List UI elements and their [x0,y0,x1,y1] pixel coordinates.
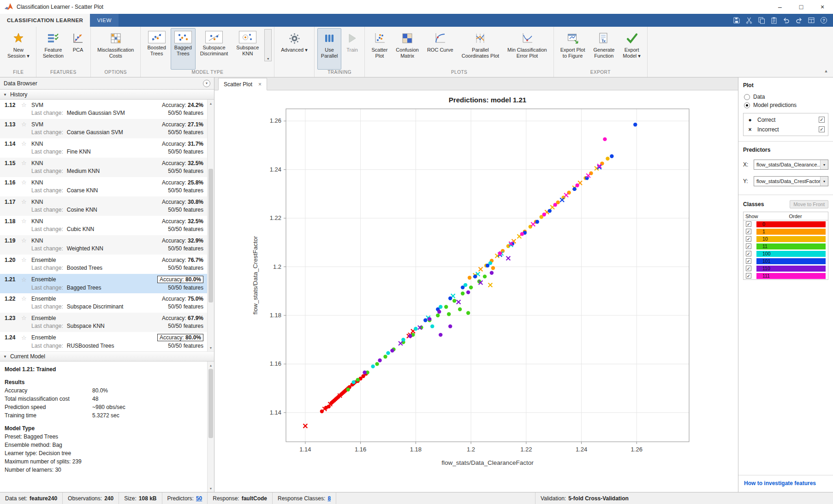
class-color-swatch[interactable]: 10 [756,236,826,242]
model-gallery-expand-button[interactable]: ▾ [264,29,272,61]
chevron-down-icon[interactable]: ▾ [820,160,828,169]
train-button[interactable]: Train [342,28,362,70]
redo-icon[interactable] [795,17,803,24]
class-color-swatch[interactable]: 0 [756,221,826,227]
use-parallel-button[interactable]: UseParallel [317,28,342,70]
roc-curve-button[interactable]: ROC Curve [423,28,457,70]
pca-button[interactable]: PCA [68,28,88,70]
x-predictor-dropdown[interactable]: flow_stats/Data_Clearance... ▾ [754,160,828,170]
current-model-scrollbar[interactable]: ▲ ▼ [207,362,214,492]
history-item[interactable]: 1.22☆EnsembleAccuracy: 75.0%Last change:… [0,293,207,313]
history-item[interactable]: 1.23☆EnsembleAccuracy: 67.9%Last change:… [0,313,207,332]
minimize-button[interactable]: – [769,0,791,14]
scroll-down-icon[interactable]: ▼ [208,485,214,492]
paste-icon[interactable] [770,17,778,24]
class-color-swatch[interactable]: 101 [756,258,826,264]
chevron-down-icon[interactable]: ▾ [820,177,828,186]
export-plot-to-figure-button[interactable]: Export Plotto Figure [557,28,589,70]
help-icon[interactable]: ? [820,17,827,24]
min-classification-error-plot-button[interactable]: Min ClassificationError Plot [504,28,551,70]
legend-checkbox[interactable]: ✓ [819,126,825,132]
favorite-star-icon[interactable]: ☆ [21,179,31,186]
export-model-button[interactable]: ExportModel ▾ [619,28,644,70]
class-show-checkbox[interactable]: ✓ [746,243,751,249]
favorite-star-icon[interactable]: ☆ [21,218,31,225]
history-item[interactable]: 1.24☆EnsembleAccuracy: 80.0%Last change:… [0,332,207,351]
favorite-star-icon[interactable]: ☆ [21,276,31,283]
class-show-checkbox[interactable]: ✓ [746,236,751,242]
scroll-up-icon[interactable]: ▲ [208,100,214,107]
scatter-plot-button[interactable]: ScatterPlot [368,28,391,70]
history-scrollbar[interactable]: ▲ ▼ [207,100,214,351]
bagged-trees-button[interactable]: BaggedTrees [171,28,196,70]
favorite-star-icon[interactable]: ☆ [21,198,31,205]
panel-menu-button[interactable]: ▾ [203,80,210,87]
document-tab-scatter-plot[interactable]: Scatter Plot × [218,78,267,90]
generate-function-button[interactable]: fxGenerateFunction [589,28,618,70]
class-color-swatch[interactable]: 110 [756,266,826,272]
favorite-star-icon[interactable]: ☆ [21,101,31,108]
layout-icon[interactable] [808,17,815,24]
confusion-matrix-button[interactable]: ConfusionMatrix [392,28,422,70]
history-section-header[interactable]: ▼ History [0,89,214,100]
class-show-checkbox[interactable]: ✓ [746,229,751,234]
close-tab-icon[interactable]: × [258,81,262,88]
misclassification-costs-button[interactable]: MisclassificationCosts [94,28,137,70]
maximize-button[interactable]: □ [791,0,812,14]
cut-icon[interactable] [745,17,753,24]
history-item[interactable]: 1.12☆SVMAccuracy: 24.2%Last change:Mediu… [0,100,207,119]
history-item[interactable]: 1.15☆KNNAccuracy: 32.5%Last change:Mediu… [0,158,207,177]
class-color-swatch[interactable]: 11 [756,243,826,249]
y-predictor-dropdown[interactable]: flow_stats/Data_CrestFactor ▾ [754,176,828,186]
favorite-star-icon[interactable]: ☆ [21,256,31,263]
class-color-swatch[interactable]: 111 [756,273,826,279]
favorite-star-icon[interactable]: ☆ [21,121,31,128]
boosted-trees-button[interactable]: BoostedTrees [143,28,169,70]
class-show-checkbox[interactable]: ✓ [746,221,751,227]
undo-icon[interactable] [783,17,790,24]
save-icon[interactable] [733,17,740,24]
class-color-swatch[interactable]: 100 [756,251,826,257]
feature-selection-button[interactable]: FeatureSelection [39,28,67,70]
class-show-checkbox[interactable]: ✓ [746,251,751,256]
close-button[interactable]: × [812,0,833,14]
status-link[interactable]: 50 [196,495,202,502]
history-item[interactable]: 1.20☆EnsembleAccuracy: 76.7%Last change:… [0,255,207,274]
tab-view[interactable]: VIEW [90,14,118,27]
current-model-section-header[interactable]: ▼ Current Model [0,351,214,362]
history-item[interactable]: 1.19☆KNNAccuracy: 32.9%Last change:Weigh… [0,235,207,255]
class-color-swatch[interactable]: 1 [756,229,826,235]
favorite-star-icon[interactable]: ☆ [21,160,31,166]
history-item[interactable]: 1.14☆KNNAccuracy: 31.7%Last change:Fine … [0,138,207,158]
history-item[interactable]: 1.16☆KNNAccuracy: 25.8%Last change:Coars… [0,177,207,196]
new-session-button[interactable]: NewSession ▾ [4,28,33,70]
favorite-star-icon[interactable]: ☆ [21,140,31,147]
how-to-investigate-features-link[interactable]: How to investigate features [744,480,816,486]
history-item[interactable]: 1.18☆KNNAccuracy: 32.5%Last change:Cubic… [0,216,207,235]
favorite-star-icon[interactable]: ☆ [21,334,31,341]
plot-option-data[interactable]: Data [744,94,828,100]
subspace-discriminant-button[interactable]: SubspaceDiscriminant [196,28,232,70]
favorite-star-icon[interactable]: ☆ [21,314,31,321]
scroll-up-icon[interactable]: ▲ [208,362,214,368]
radio-icon[interactable] [744,94,750,100]
plot-option-model-predictions[interactable]: Model predictions [744,102,828,108]
class-show-checkbox[interactable]: ✓ [746,266,751,271]
move-to-front-button[interactable]: Move to Front [790,200,828,208]
history-item[interactable]: 1.21☆EnsembleAccuracy: 80.0%Last change:… [0,274,207,293]
history-item[interactable]: 1.17☆KNNAccuracy: 30.8%Last change:Cosin… [0,196,207,216]
history-scrollbar-thumb[interactable] [208,169,213,302]
current-model-scrollbar-thumb[interactable] [208,369,213,438]
status-link[interactable]: 8 [327,495,331,502]
radio-icon[interactable] [744,102,750,108]
favorite-star-icon[interactable]: ☆ [21,237,31,244]
tab-classification-learner[interactable]: CLASSIFICATION LEARNER [0,14,90,27]
legend-checkbox[interactable]: ✓ [819,117,825,123]
subspace-knn-button[interactable]: SubspaceKNN [232,28,262,70]
scroll-down-icon[interactable]: ▼ [208,344,214,351]
advanced-button[interactable]: Advanced ▾ [277,28,311,70]
favorite-star-icon[interactable]: ☆ [21,295,31,302]
history-item[interactable]: 1.13☆SVMAccuracy: 27.1%Last change:Coars… [0,119,207,138]
class-show-checkbox[interactable]: ✓ [746,258,751,264]
class-show-checkbox[interactable]: ✓ [746,273,751,279]
